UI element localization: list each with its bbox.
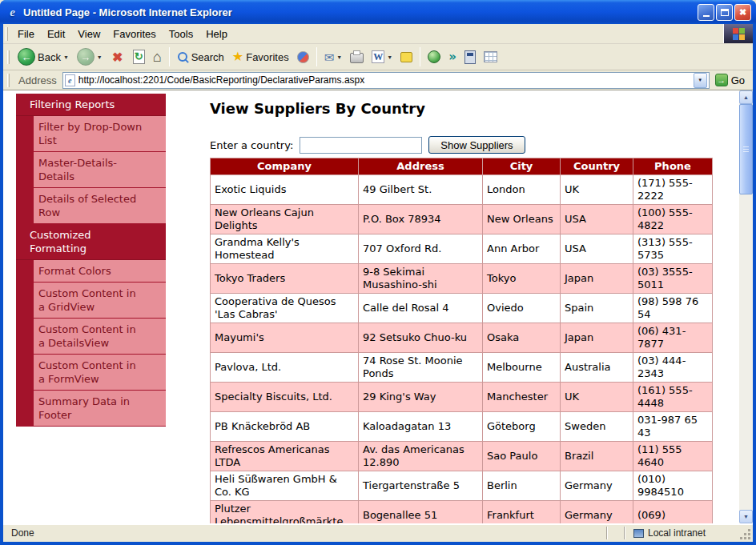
toolbar-separator [169, 47, 170, 66]
table-cell: 49 Gilbert St. [359, 175, 483, 205]
table-cell: USA [561, 205, 633, 234]
menu-item-view[interactable]: View [71, 26, 107, 42]
globe-addon-button[interactable] [424, 49, 444, 65]
table-cell: 9-8 Sekimai Musashino-shi [359, 264, 483, 294]
page-content: Filtering ReportsFilter by Drop-Down Lis… [3, 90, 753, 523]
menu-item-help[interactable]: Help [199, 26, 234, 42]
media-icon [297, 51, 309, 63]
addressbar-grip[interactable] [7, 74, 10, 87]
table-cell: (313) 555-5735 [633, 234, 713, 264]
table-cell: 707 Oxford Rd. [359, 234, 483, 264]
grid-addon-button[interactable] [481, 50, 501, 64]
favorites-button[interactable]: ★ Favorites [229, 49, 292, 65]
table-cell: Spain [561, 294, 633, 323]
home-button[interactable]: ⌂ [150, 48, 165, 66]
table-cell: Calle del Rosal 4 [359, 294, 483, 323]
sidebar-section-customized-formatting[interactable]: Customized Formatting [16, 224, 166, 260]
sidebar-item[interactable]: Master-Details-Details [16, 152, 166, 188]
go-arrow-icon: → [715, 74, 728, 86]
menu-bar: FileEditViewFavoritesToolsHelp [3, 24, 753, 44]
column-header-city: City [483, 158, 561, 175]
menubar-grip[interactable] [6, 27, 8, 41]
mail-dropdown-icon[interactable]: ▼ [336, 54, 342, 60]
intranet-icon [633, 529, 644, 538]
back-dropdown-icon[interactable]: ▼ [63, 54, 69, 60]
table-cell: Mayumi's [211, 323, 359, 353]
table-header-row: CompanyAddressCityCountryPhone [211, 158, 713, 175]
sidebar-item[interactable]: Filter by Drop-Down List [16, 116, 166, 152]
favorites-label: Favorites [246, 51, 288, 63]
stop-button[interactable]: ✖ [107, 48, 128, 66]
sidebar-section-filtering-reports[interactable]: Filtering Reports [16, 94, 166, 116]
edit-dropdown-icon[interactable]: ▼ [387, 54, 392, 60]
grid-icon [484, 51, 497, 62]
menu-item-tools[interactable]: Tools [163, 26, 199, 42]
mail-button[interactable]: ✉ ▼ [321, 50, 346, 65]
print-icon [350, 53, 364, 63]
sidebar-item[interactable]: Format Colors [16, 260, 166, 283]
table-cell: Germany [561, 501, 633, 524]
table-cell: Oviedo [483, 294, 561, 323]
go-label: Go [731, 74, 745, 86]
close-button[interactable]: ✖ [734, 4, 751, 21]
back-button[interactable]: ← Back ▼ [14, 46, 72, 67]
table-cell: Tokyo Traders [211, 264, 359, 294]
sidebar-item[interactable]: Custom Content in a FormView [16, 355, 166, 391]
sidebar-item[interactable]: Custom Content in a GridView [16, 283, 166, 319]
resize-grip[interactable] [741, 530, 753, 542]
main-content: View Suppliers By Country Enter a countr… [210, 100, 712, 523]
discuss-button[interactable] [397, 50, 416, 64]
forward-button[interactable]: → ▼ [74, 46, 106, 67]
green-globe-icon [428, 50, 440, 63]
go-button[interactable]: → Go [713, 74, 750, 86]
vertical-scrollbar[interactable]: ▲ ▼ [739, 90, 753, 523]
refresh-button[interactable] [130, 48, 148, 66]
table-cell: Exotic Liquids [211, 175, 359, 205]
edit-button[interactable]: W ▼ [368, 49, 396, 65]
window-controls: ✖ [698, 4, 751, 21]
scroll-up-button[interactable]: ▲ [739, 90, 753, 104]
sidebar-item[interactable]: Summary Data in Footer [16, 391, 166, 427]
toolbar-grip[interactable] [7, 50, 10, 64]
calculator-addon-button[interactable] [461, 49, 479, 66]
address-label: Address [16, 74, 59, 86]
ie-logo-icon: e [6, 6, 19, 19]
search-icon [177, 51, 189, 63]
menu-item-favorites[interactable]: Favorites [107, 26, 162, 42]
minimize-button[interactable] [698, 4, 714, 21]
show-suppliers-button[interactable]: Show Suppliers [428, 136, 525, 154]
favorites-star-icon: ★ [232, 50, 243, 63]
sidebar-item[interactable]: Details of Selected Row [16, 188, 166, 224]
menu-item-file[interactable]: File [11, 26, 41, 42]
sidebar-item[interactable]: Custom Content in a DetailsView [16, 319, 166, 355]
arrows-addon-button[interactable]: » [445, 50, 460, 65]
media-button[interactable] [294, 50, 312, 65]
menu-item-edit[interactable]: Edit [41, 26, 71, 42]
address-url[interactable]: http://localhost:2201/Code/BasicReportin… [78, 74, 690, 86]
title-bar[interactable]: e Untitled Page - Microsoft Internet Exp… [0, 0, 756, 24]
print-button[interactable] [347, 49, 367, 65]
double-arrow-icon: » [448, 51, 456, 63]
table-row: Refrescos Americanas LTDAAv. das America… [211, 442, 713, 471]
address-input[interactable]: e http://localhost:2201/Code/BasicReport… [62, 72, 710, 89]
sidebar-item-label: Custom Content in a DetailsView [34, 319, 166, 355]
close-icon: ✖ [739, 7, 746, 18]
country-input[interactable] [300, 137, 422, 154]
forward-dropdown-icon[interactable]: ▼ [97, 54, 103, 60]
table-cell: New Orleans Cajun Delights [211, 205, 359, 234]
table-cell: Pavlova, Ltd. [211, 353, 359, 383]
address-dropdown-button[interactable]: ▼ [694, 73, 707, 88]
table-row: Mayumi's92 Setsuko Chuo-kuOsakaJapan(06)… [211, 323, 713, 353]
maximize-button[interactable] [716, 4, 733, 21]
windows-logo [723, 24, 753, 43]
table-cell: (03) 3555-5011 [633, 264, 713, 294]
scrollbar-thumb[interactable] [739, 104, 753, 194]
scrollbar-track[interactable] [739, 194, 753, 510]
table-cell: Specialty Biscuits, Ltd. [211, 383, 359, 412]
search-button[interactable]: Search [174, 50, 227, 65]
table-row: Tokyo Traders9-8 Sekimai Musashino-shiTo… [211, 264, 713, 294]
table-cell: Australia [561, 353, 633, 383]
menu-items: FileEditViewFavoritesToolsHelp [11, 26, 234, 41]
status-text: Done [6, 527, 34, 539]
scroll-down-button[interactable]: ▼ [739, 510, 753, 523]
